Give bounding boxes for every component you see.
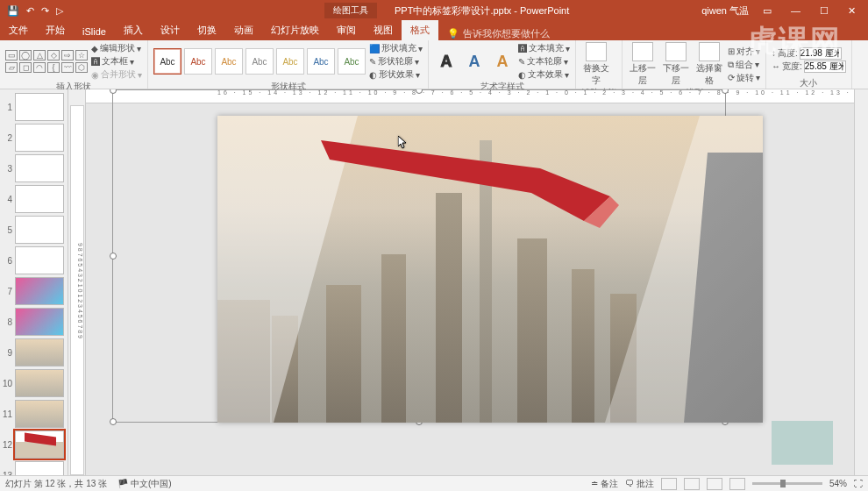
tab-animations[interactable]: 动画	[225, 20, 262, 40]
minimize-icon[interactable]: —	[786, 5, 806, 16]
tab-transitions[interactable]: 切换	[189, 20, 225, 40]
thumbnail-1[interactable]: 1	[2, 93, 66, 121]
notes-button[interactable]: ≐ 备注	[591, 478, 618, 490]
edit-shape-button[interactable]: ◆ 编辑形状 ▾	[91, 42, 142, 54]
tab-file[interactable]: 文件	[0, 20, 37, 40]
wordart-gallery[interactable]: A A A	[434, 49, 515, 74]
comments-button[interactable]: 🗨 批注	[625, 478, 654, 490]
wordart-swatch[interactable]: A	[434, 49, 459, 74]
group-insert-shapes: ▭◯△◇⇨☆ ▱◻◠{〰⬡ ◆ 编辑形状 ▾ 🅰 文本框 ▾ ◉ 合并形状 ▾ …	[0, 40, 148, 89]
slide-indicator[interactable]: 幻灯片 第 12 张，共 13 张	[5, 478, 107, 490]
style-swatch[interactable]: Abc	[184, 48, 212, 75]
slide[interactable]	[217, 116, 763, 423]
style-swatch[interactable]: Abc	[276, 48, 304, 75]
shape-effects-button[interactable]: ◐ 形状效果 ▾	[369, 68, 423, 81]
thumbnail-8[interactable]: 8	[2, 308, 66, 336]
thumbnail-10[interactable]: 10	[2, 369, 66, 397]
text-fill-button[interactable]: 🅰 文本填充 ▾	[518, 42, 570, 54]
text-effects-button[interactable]: ◐ 文本效果 ▾	[518, 68, 570, 81]
vertical-scrollbar[interactable]	[854, 89, 868, 475]
wordart-swatch[interactable]: A	[462, 49, 487, 74]
thumbnail-3[interactable]: 3	[2, 154, 66, 182]
send-backward-icon	[665, 42, 687, 61]
merge-shapes-button[interactable]: ◉ 合并形状 ▾	[91, 68, 142, 81]
thumbnail-9[interactable]: 9	[2, 338, 66, 366]
thumbnail-6[interactable]: 6	[2, 246, 66, 274]
comments-icon: 🗨	[625, 479, 634, 488]
user-name[interactable]: qiwen 气温	[701, 4, 749, 18]
maximize-icon[interactable]: ☐	[815, 5, 834, 17]
height-field[interactable]: ↕ 高度:	[772, 47, 846, 60]
style-swatch[interactable]: Abc	[153, 48, 181, 75]
thumbnail-13[interactable]: 13	[2, 461, 66, 475]
style-swatch[interactable]: Abc	[307, 48, 335, 75]
group-arrange: 上移一层 下移一层 选择窗格 ⊞ 对齐 ▾ ⧉ 组合 ▾ ⟳ 旋转 ▾ 排列	[623, 40, 766, 89]
slideshow-view-button[interactable]	[729, 478, 745, 490]
thumbnail-7[interactable]: 7	[2, 277, 66, 305]
corner-logo	[772, 421, 833, 465]
style-swatch[interactable]: Abc	[215, 48, 243, 75]
undo-icon[interactable]: ↶	[26, 5, 34, 17]
vertical-ruler-column: 9 8 7 6 5 4 3 2 1 0 1 2 3 4 5 6 7 8 9	[68, 89, 86, 475]
thumbnail-2[interactable]: 2	[2, 124, 66, 152]
bring-forward-button[interactable]: 上移一层	[628, 42, 658, 87]
tab-home[interactable]: 开始	[37, 20, 74, 40]
zoom-percent[interactable]: 54%	[829, 479, 847, 488]
thumbnail-5[interactable]: 5	[2, 216, 66, 244]
group-label: 大小	[772, 77, 846, 88]
height-input[interactable]	[800, 47, 842, 60]
text-outline-button[interactable]: ✎ 文本轮廓 ▾	[518, 55, 570, 68]
tab-islide[interactable]: iSlide	[74, 23, 115, 40]
style-swatch[interactable]: Abc	[245, 48, 274, 75]
width-input[interactable]	[804, 60, 846, 73]
resize-handle[interactable]	[110, 253, 117, 260]
fit-to-window-button[interactable]: ⛶	[854, 479, 863, 488]
alt-text-button[interactable]: 替换文字	[581, 42, 611, 87]
slide-thumbnails[interactable]: 12345678910111213	[0, 89, 68, 475]
text-box-button[interactable]: 🅰 文本框 ▾	[91, 55, 142, 68]
tab-slideshow[interactable]: 幻灯片放映	[262, 20, 328, 40]
resize-handle[interactable]	[416, 89, 423, 94]
normal-view-button[interactable]	[661, 478, 677, 490]
send-backward-button[interactable]: 下移一层	[661, 42, 691, 87]
language-indicator[interactable]: 🏴 中文(中国)	[117, 478, 171, 490]
selection-pane-button[interactable]: 选择窗格	[694, 42, 724, 87]
ribbon-options-icon[interactable]: ▭	[758, 5, 777, 17]
save-icon[interactable]: 💾	[7, 5, 19, 17]
quick-access-toolbar: 💾 ↶ ↷ ▷	[0, 5, 70, 17]
thumbnail-11[interactable]: 11	[2, 400, 66, 428]
close-icon[interactable]: ✕	[843, 5, 861, 17]
start-slideshow-icon[interactable]: ▷	[56, 5, 63, 17]
thumbnail-12[interactable]: 12	[2, 431, 66, 459]
align-button[interactable]: ⊞ 对齐 ▾	[728, 46, 760, 58]
rotate-button[interactable]: ⟳ 旋转 ▾	[728, 72, 760, 84]
ribbon-tabs: 文件 开始 iSlide 插入 设计 切换 动画 幻灯片放映 审阅 视图 格式 …	[0, 21, 868, 40]
tab-design[interactable]: 设计	[152, 20, 189, 40]
tell-me-label: 告诉我你想要做什么	[463, 27, 550, 40]
group-button[interactable]: ⧉ 组合 ▾	[728, 59, 760, 71]
resize-handle[interactable]	[110, 418, 117, 425]
tab-view[interactable]: 视图	[365, 20, 402, 40]
contextual-tab-label: 绘图工具	[324, 3, 377, 18]
tab-format[interactable]: 格式	[402, 20, 438, 40]
selection-pane-icon	[699, 42, 720, 61]
group-size: ↕ 高度: ↔ 宽度: 大小	[766, 40, 852, 89]
tell-me[interactable]: 💡 告诉我你想要做什么	[447, 27, 550, 40]
shape-gallery[interactable]: ▭◯△◇⇨☆ ▱◻◠{〰⬡	[5, 50, 88, 73]
ribbon-shape[interactable]	[321, 133, 637, 230]
style-swatch[interactable]: Abc	[338, 48, 366, 75]
zoom-slider[interactable]	[752, 482, 822, 485]
tab-insert[interactable]: 插入	[115, 20, 152, 40]
redo-icon[interactable]: ↷	[41, 5, 49, 17]
shape-outline-button[interactable]: ✎ 形状轮廓 ▾	[369, 55, 423, 68]
reading-view-button[interactable]	[707, 478, 722, 490]
shape-style-gallery[interactable]: Abc Abc Abc Abc Abc Abc Abc	[153, 48, 366, 75]
thumbnail-4[interactable]: 4	[2, 185, 66, 213]
shape-fill-button[interactable]: 🟦 形状填充 ▾	[369, 42, 423, 54]
resize-handle[interactable]	[110, 89, 117, 94]
tab-review[interactable]: 审阅	[328, 20, 365, 40]
width-field[interactable]: ↔ 宽度:	[772, 60, 846, 73]
sorter-view-button[interactable]	[684, 478, 700, 490]
wordart-swatch[interactable]: A	[490, 49, 515, 74]
canvas[interactable]: 16 · 15 · 14 · 13 · 12 · 11 · 10 · 9 · 8…	[86, 89, 854, 475]
